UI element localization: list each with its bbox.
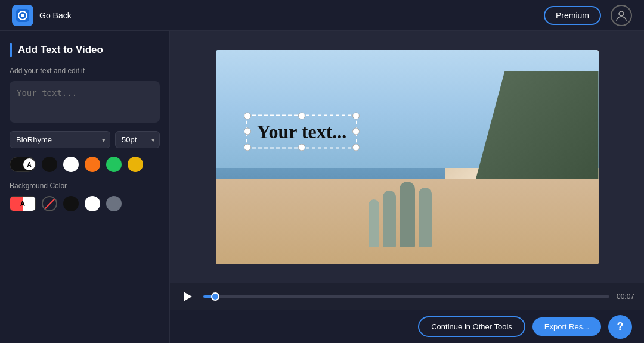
color-yellow[interactable] bbox=[128, 157, 143, 172]
bg-toggle-label: A bbox=[20, 200, 25, 207]
app-logo bbox=[12, 5, 33, 26]
bg-color-black[interactable] bbox=[63, 196, 79, 211]
play-icon bbox=[184, 292, 192, 301]
export-button[interactable]: Export Res... bbox=[532, 317, 601, 336]
bg-color-white[interactable] bbox=[85, 196, 100, 211]
sidebar-accent bbox=[10, 43, 12, 57]
go-back-button[interactable]: Go Back bbox=[39, 11, 72, 20]
main-layout: Add Text to Video Add your text and edit… bbox=[0, 31, 644, 343]
timeline-duration: 00:07 bbox=[617, 292, 634, 301]
sidebar-title-bar: Add Text to Video bbox=[10, 43, 160, 57]
sidebar: Add Text to Video Add your text and edit… bbox=[0, 31, 170, 343]
video-background bbox=[216, 50, 599, 264]
handle-bot-left[interactable] bbox=[244, 144, 251, 151]
font-select-wrap: BioRhyme Arial Georgia Helvetica Times N… bbox=[10, 131, 110, 148]
bg-no-color[interactable] bbox=[42, 196, 57, 211]
color-white[interactable] bbox=[63, 157, 79, 172]
person-2 bbox=[383, 191, 396, 247]
timeline-track[interactable] bbox=[203, 295, 609, 298]
font-select[interactable]: BioRhyme Arial Georgia Helvetica Times N… bbox=[10, 131, 110, 148]
people-group bbox=[369, 182, 432, 247]
size-select[interactable]: 10pt 20pt 30pt 40pt 50pt 60pt 72pt bbox=[115, 131, 160, 148]
video-area: Your text... bbox=[170, 31, 644, 283]
handle-mid-right[interactable] bbox=[352, 128, 360, 135]
user-avatar[interactable] bbox=[611, 5, 632, 26]
premium-button[interactable]: Premium bbox=[544, 6, 601, 25]
bottom-bar: Continue in Other Tools Export Res... ? bbox=[170, 310, 644, 343]
text-overlay[interactable]: Your text... bbox=[246, 114, 358, 148]
handle-mid-left[interactable] bbox=[244, 128, 251, 135]
color-toggle-knob: A bbox=[23, 158, 35, 170]
bg-color-toggle[interactable]: A bbox=[10, 196, 36, 211]
handle-top-right[interactable] bbox=[352, 112, 360, 119]
text-input[interactable] bbox=[10, 81, 160, 123]
bg-color-row: A bbox=[10, 196, 160, 211]
video-container: Your text... bbox=[216, 50, 599, 264]
svg-point-2 bbox=[21, 14, 24, 17]
handle-top-left[interactable] bbox=[244, 112, 251, 119]
svg-point-3 bbox=[619, 11, 624, 16]
person-3 bbox=[400, 182, 415, 247]
font-row: BioRhyme Arial Georgia Helvetica Times N… bbox=[10, 131, 160, 148]
play-button[interactable] bbox=[179, 288, 196, 305]
size-select-wrap: 10pt 20pt 30pt 40pt 50pt 60pt 72pt bbox=[115, 131, 160, 148]
sidebar-title: Add Text to Video bbox=[18, 44, 103, 56]
text-color-row: A bbox=[10, 157, 160, 172]
content-area: Your text... 00:07 Continue in Other Too… bbox=[170, 31, 644, 343]
overlay-text: Your text... bbox=[257, 120, 347, 142]
handle-bot-right[interactable] bbox=[352, 144, 360, 151]
timeline: 00:07 bbox=[170, 283, 644, 310]
text-color-toggle[interactable]: A bbox=[10, 157, 36, 172]
header-left: Go Back bbox=[12, 5, 72, 26]
timeline-thumb[interactable] bbox=[211, 292, 219, 301]
person-4 bbox=[419, 188, 432, 247]
bg-color-gray[interactable] bbox=[106, 196, 122, 211]
handle-top-center[interactable] bbox=[298, 112, 305, 119]
bg-color-label: Background Color bbox=[10, 182, 160, 190]
help-button[interactable]: ? bbox=[608, 315, 632, 339]
color-orange[interactable] bbox=[85, 157, 100, 172]
person-1 bbox=[369, 199, 379, 247]
color-black[interactable] bbox=[42, 157, 57, 172]
color-green[interactable] bbox=[106, 157, 122, 172]
sidebar-subtitle: Add your text and edit it bbox=[10, 67, 160, 75]
continue-button[interactable]: Continue in Other Tools bbox=[418, 316, 525, 337]
header-right: Premium bbox=[544, 5, 632, 26]
header: Go Back Premium bbox=[0, 0, 644, 31]
